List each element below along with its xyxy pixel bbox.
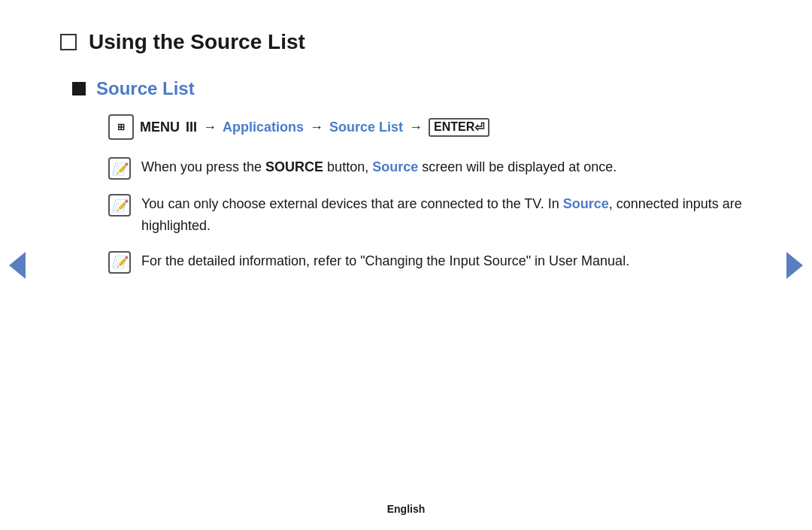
note-text-2: You can only choose external devices tha… [141,193,752,237]
section-title: Source List [96,78,195,99]
source-list-link: Source List [329,120,403,135]
note-icon-1: 📝 [108,157,131,180]
main-title-checkbox-icon [60,34,77,50]
nav-right-button[interactable] [786,252,803,279]
main-title-section: Using the Source List [60,30,752,54]
menu-bars: III [186,120,197,135]
main-title-text: Using the Source List [89,30,305,54]
note-text-3: For the detailed information, refer to "… [141,250,629,272]
enter-icon: ENTER⏎ [429,118,489,137]
note-text-1: When you press the SOURCE button, Source… [141,156,617,178]
page-container: Using the Source List Source List ⊞ MENU… [0,0,812,530]
note-item-1: 📝 When you press the SOURCE button, Sour… [108,156,752,180]
section-bullet-icon [72,82,86,95]
enter-label: ENTER [434,120,474,134]
nav-left-button[interactable] [9,252,26,279]
menu-path: ⊞ MENUIII → Applications → Source List →… [108,114,752,140]
menu-label: MENU [140,120,180,135]
source-link-2: Source [563,196,609,211]
note-icon-3: 📝 [108,251,131,274]
footer-language: English [387,503,426,515]
note-icon-2: 📝 [108,194,131,217]
section-header: Source List [72,78,752,99]
note-item-2: 📝 You can only choose external devices t… [108,193,752,237]
arrow2: → [310,120,323,135]
menu-icon: ⊞ [108,114,134,140]
arrow1: → [203,120,217,135]
arrow3: → [409,120,423,135]
source-bold: SOURCE [265,159,323,174]
applications-link: Applications [223,120,304,135]
source-link-1: Source [372,159,418,174]
note-item-3: 📝 For the detailed information, refer to… [108,250,752,274]
source-list-section: Source List ⊞ MENUIII → Applications → S… [72,78,752,274]
